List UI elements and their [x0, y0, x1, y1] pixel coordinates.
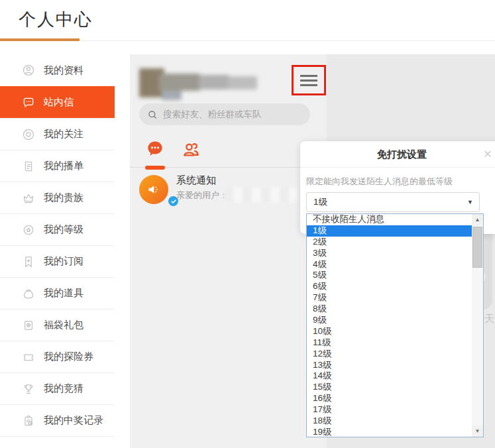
search-input[interactable] [163, 109, 296, 119]
dropdown-option[interactable]: 17级 [307, 404, 472, 416]
min-level-field-label: 限定能向我发送陌生人消息的最低等级 [306, 176, 453, 188]
dropdown-option[interactable]: 16级 [307, 393, 472, 404]
dropdown-option[interactable]: 4级 [307, 259, 472, 270]
sidebar-item-1[interactable]: 站内信 [0, 86, 115, 118]
sidebar-item-4[interactable]: 我的贵族 [0, 182, 115, 213]
sidebar-item-6[interactable]: 我的订阅 [0, 245, 115, 277]
message-list-item-system[interactable]: 系统通知 亲爱的用户： [130, 174, 327, 216]
sidebar-item-8[interactable]: 福袋礼包 [0, 309, 115, 341]
dropdown-option[interactable]: 10级 [307, 326, 472, 337]
sidebar-item-11[interactable]: 我的中奖记录 [0, 404, 115, 436]
modal-title: 免打扰设置 [300, 141, 495, 167]
select-value: 1级 [313, 193, 327, 211]
sidebar-item-12[interactable] [0, 436, 115, 448]
sidebar-nav: 我的资料站内信我的关注我的播单我的贵族我的等级我的订阅我的道具福袋礼包我的探险券… [0, 54, 115, 448]
sidebar-item-7[interactable]: 我的道具 [0, 277, 115, 309]
chevron-down-icon: ▼ [467, 193, 473, 211]
header-accent-bar [0, 38, 80, 41]
sidebar-item-label: 我的订阅 [44, 255, 83, 268]
message-preview: 亲爱的用户： [176, 190, 228, 201]
dropdown-option[interactable]: 3级 [307, 248, 472, 259]
medal-icon [22, 223, 35, 237]
dropdown-option[interactable]: 15级 [307, 382, 472, 393]
dropdown-option[interactable]: 8级 [307, 304, 472, 315]
modal-divider [300, 167, 495, 168]
search-input-wrapper[interactable] [139, 103, 310, 125]
sidebar-item-label: 我的资料 [44, 64, 83, 77]
sidebar-item-label: 我的关注 [44, 128, 83, 140]
speaker-icon [146, 182, 162, 197]
min-level-select[interactable]: 1级 ▼ [306, 192, 480, 212]
chat-bubble-icon [145, 139, 165, 158]
scroll-down-icon[interactable]: ▼ [472, 425, 483, 437]
sidebar-item-2[interactable]: 我的关注 [0, 118, 115, 150]
sidebar-item-5[interactable]: 我的等级 [0, 213, 115, 245]
record-icon [22, 414, 35, 427]
gift-icon [22, 319, 35, 332]
dropdown-option[interactable]: 12级 [307, 349, 472, 360]
dropdown-option[interactable]: 9级 [307, 315, 472, 326]
dropdown-options: 不接收陌生人消息1级2级3级4级5级6级7级8级9级10级11级12级13级14… [307, 214, 472, 437]
heart-icon [22, 128, 35, 141]
close-icon[interactable]: × [484, 146, 492, 162]
tab-contacts[interactable] [181, 139, 201, 159]
message-icon [22, 96, 35, 109]
sidebar-item-label: 我的竞猜 [44, 382, 83, 395]
search-icon [147, 109, 158, 120]
scroll-up-icon[interactable]: ▲ [472, 214, 483, 225]
sidebar-item-label: 我的等级 [44, 223, 83, 236]
trophy-icon [22, 382, 35, 396]
sidebar-item-label: 福袋礼包 [44, 319, 83, 331]
level-dropdown-list: 不接收陌生人消息1级2级3级4级5级6级7级8级9级10级11级12级13级14… [306, 213, 484, 437]
personal-center-page: 个人中心 我的资料站内信我的关注我的播单我的贵族我的等级我的订阅我的道具福袋礼包… [0, 0, 495, 448]
dropdown-option[interactable]: 2级 [307, 237, 472, 248]
sidebar-item-0[interactable]: 我的资料 [0, 54, 115, 86]
sidebar-item-label: 我的播单 [44, 160, 83, 172]
active-tab-indicator [145, 166, 165, 170]
hamburger-menu-icon[interactable] [300, 72, 317, 89]
sidebar-item-label: 我的贵族 [44, 192, 83, 204]
dropdown-option[interactable]: 11级 [307, 337, 472, 349]
dropdown-option[interactable]: 14级 [307, 370, 472, 382]
check-badge-icon [170, 198, 177, 205]
sidebar-item-3[interactable]: 我的播单 [0, 150, 115, 182]
clipped-icon [22, 446, 35, 448]
bookmark-icon [22, 255, 35, 268]
sidebar-item-10[interactable]: 我的竞猜 [0, 372, 115, 404]
sidebar-item-label: 我的中奖记录 [44, 414, 103, 427]
scrollbar-thumb[interactable] [472, 227, 482, 268]
dropdown-option[interactable]: 不接收陌生人消息 [307, 214, 472, 225]
dropdown-option[interactable]: 18级 [307, 416, 472, 427]
dropdown-option[interactable]: 7级 [307, 292, 472, 304]
blurred-message-text [224, 188, 306, 202]
ticket-icon [22, 351, 35, 364]
playlist-icon [22, 160, 35, 173]
dropdown-option[interactable]: 13级 [307, 360, 472, 371]
crown-icon [22, 192, 35, 205]
sidebar-item-label: 我的道具 [44, 287, 83, 300]
tab-messages[interactable] [145, 139, 165, 158]
sidebar-item-label: 我的探险券 [44, 351, 93, 363]
user-icon [22, 64, 35, 77]
pouch-icon [22, 287, 35, 300]
sidebar-item-9[interactable]: 我的探险券 [0, 341, 115, 372]
chat-list-column: 系统通知 亲爱的用户： [130, 54, 327, 448]
contacts-icon [181, 139, 201, 159]
annotation-highlight-box [292, 65, 326, 95]
system-notice-avatar [139, 175, 168, 204]
page-title: 个人中心 [19, 8, 93, 31]
dropdown-scrollbar[interactable]: ▲ ▼ [472, 214, 483, 437]
blurred-username [139, 63, 258, 101]
dropdown-option[interactable]: 5级 [307, 270, 472, 281]
sidebar-item-label: 站内信 [44, 96, 74, 109]
dropdown-option[interactable]: 19级 [307, 427, 472, 437]
message-title: 系统通知 [176, 174, 216, 187]
dropdown-option[interactable]: 1级 [307, 225, 472, 237]
dropdown-option[interactable]: 6级 [307, 281, 472, 292]
